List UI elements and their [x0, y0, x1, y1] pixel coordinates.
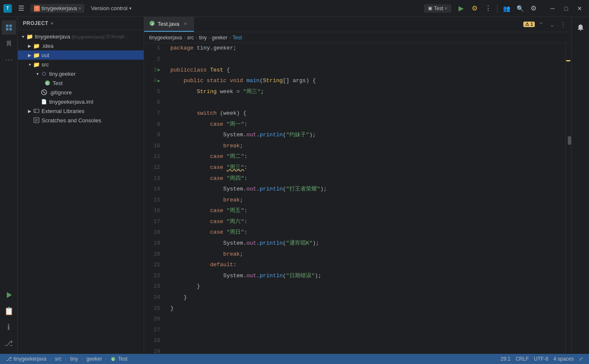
version-control-label: Version control: [91, 5, 128, 11]
line-num-7: 7: [144, 108, 164, 119]
tree-item-test[interactable]: C Test: [18, 78, 144, 88]
line-num-2: 2: [144, 54, 164, 65]
status-git-branch[interactable]: ⎇ tinygeekerjava: [3, 354, 49, 364]
minimize-button[interactable]: ─: [547, 3, 558, 14]
line-num-5: 5: [144, 86, 164, 97]
code-editor: 1 2 3 ▶ 4 ▶ 5 6 7 8 9 10 11 12 13 14 15 …: [144, 43, 571, 354]
status-src[interactable]: src: [52, 354, 64, 364]
tree-label-iml: tinygeekerjava.iml: [49, 99, 93, 105]
line-numbers: 1 2 3 ▶ 4 ▶ 5 6 7 8 9 10 11 12 13 14 15 …: [144, 43, 164, 354]
breadcrumb-test[interactable]: Test: [233, 35, 242, 41]
status-position-label: 29:1: [500, 356, 510, 362]
close-button[interactable]: ✕: [574, 3, 586, 14]
line-num-25: 25: [144, 303, 164, 314]
tab-expand-button[interactable]: ⌄: [547, 20, 557, 29]
todo-icon[interactable]: 📋: [2, 304, 16, 318]
code-line-19: System.out.println("通宵唱K");: [170, 238, 558, 249]
status-test[interactable]: C Test: [108, 354, 130, 364]
version-control-menu[interactable]: Version control ▾: [88, 4, 135, 13]
line-num-4: 4 ▶: [144, 76, 164, 87]
code-line-23: }: [170, 281, 558, 292]
code-line-15: break;: [170, 195, 558, 206]
run-icon[interactable]: [2, 288, 16, 302]
project-selector[interactable]: T tinygeekerjava ▾: [31, 4, 84, 13]
notifications-icon[interactable]: [573, 20, 588, 35]
tab-test-java[interactable]: J Test.java ✕: [144, 17, 194, 32]
breadcrumb: tinygeekerjava › src › tiny › geeker › T…: [144, 32, 571, 43]
tree-label-idea: .idea: [42, 43, 53, 49]
titlebar: T ☰ T tinygeekerjava ▾ Version control ▾…: [0, 0, 589, 17]
bookmarks-icon[interactable]: [2, 36, 16, 51]
status-encoding[interactable]: UTF-8: [531, 354, 551, 364]
code-content[interactable]: package tiny.geeker; public class Test {…: [164, 43, 565, 354]
breadcrumb-project[interactable]: tinygeekerjava: [149, 35, 182, 41]
breadcrumb-src[interactable]: src: [187, 35, 194, 41]
tree-item-tiny-geeker[interactable]: ▾ ⬡ tiny.geeker: [18, 69, 144, 78]
run-gutter-icon-3[interactable]: ▶: [158, 67, 160, 74]
tree-label-test: Test: [53, 80, 63, 86]
tree-item-iml[interactable]: 📄 tinygeekerjava.iml: [18, 97, 144, 106]
status-line-ending[interactable]: CRLF: [513, 354, 531, 364]
svg-text:C: C: [112, 358, 114, 361]
search-everywhere-button[interactable]: 🔍: [514, 2, 526, 15]
status-test-label: Test: [118, 356, 128, 362]
hamburger-menu-button[interactable]: ☰: [15, 3, 27, 14]
scroll-thumb[interactable]: [568, 136, 571, 145]
project-name: tinygeekerjava: [42, 5, 77, 11]
line-num-11: 11: [144, 152, 164, 163]
external-libraries-icon: [33, 108, 40, 114]
code-line-7: switch (week) {: [170, 108, 558, 119]
sidebar-chevron-icon: ▾: [51, 21, 53, 26]
run-config-selector[interactable]: ▣ Test ▾: [424, 4, 451, 13]
status-position[interactable]: 29:1: [498, 354, 513, 364]
breadcrumb-geeker[interactable]: geeker: [212, 35, 228, 41]
run-gutter-icon-4[interactable]: ▶: [158, 78, 160, 85]
tree-item-root[interactable]: ▾ 📁 tinygeekerjava [tinygeekerjava] D:\t…: [18, 32, 144, 41]
problems-icon[interactable]: ℹ: [2, 320, 16, 334]
tree-item-idea[interactable]: ▶ 📁 .idea: [18, 41, 144, 50]
code-line-28: [170, 336, 558, 347]
status-tiny[interactable]: tiny: [67, 354, 81, 364]
tab-close-button[interactable]: ✕: [182, 21, 189, 28]
tab-bar-actions: ⚠ 1 ⌃ ⌄ ⋮: [520, 17, 571, 32]
line-num-16: 16: [144, 206, 164, 217]
settings-button[interactable]: ⚙: [527, 2, 540, 15]
run-button[interactable]: ▶: [455, 2, 467, 15]
tree-item-out[interactable]: ▶ 📁 out: [18, 50, 144, 60]
code-line-18: case "周日":: [170, 227, 558, 238]
status-geeker[interactable]: geeker: [84, 354, 105, 364]
tree-item-scratches[interactable]: Scratches and Consoles: [18, 116, 144, 125]
breadcrumb-tiny[interactable]: tiny: [199, 35, 207, 41]
status-indent[interactable]: 4 spaces: [551, 354, 576, 364]
tab-more-button[interactable]: ⋮: [558, 20, 568, 29]
tree-label-out: out: [42, 52, 49, 58]
debug-button[interactable]: ⚙: [468, 2, 481, 15]
code-line-24: }: [170, 292, 558, 303]
status-tiny-label: tiny: [70, 356, 78, 362]
more-actions-button[interactable]: ⋮: [482, 2, 495, 15]
folder-icon: 📁: [26, 33, 33, 40]
tree-item-src[interactable]: ▾ 📁 src: [18, 60, 144, 69]
line-num-18: 18: [144, 227, 164, 238]
tree-label-src: src: [42, 61, 49, 68]
status-expand[interactable]: ⤢: [576, 354, 586, 364]
code-line-5: String week = "周三";: [170, 86, 558, 97]
maximize-button[interactable]: □: [560, 3, 572, 14]
project-view-icon[interactable]: [2, 20, 16, 35]
run-config-label: Test: [434, 6, 443, 11]
line-num-26: 26: [144, 314, 164, 325]
git-icon[interactable]: ⎇: [2, 336, 16, 350]
sidebar: Project ▾ ▾ 📁 tinygeekerjava [tinygeeker…: [18, 17, 144, 354]
more-tools-icon[interactable]: ⋯: [2, 52, 16, 67]
tab-collapse-button[interactable]: ⌃: [536, 20, 546, 29]
project-tree[interactable]: ▾ 📁 tinygeekerjava [tinygeekerjava] D:\t…: [18, 30, 144, 354]
tree-item-external[interactable]: ▶ External Libraries: [18, 106, 144, 116]
scratches-icon: [33, 117, 40, 124]
warning-badge: ⚠ 1: [523, 22, 535, 27]
collaborate-button[interactable]: 👥: [500, 2, 513, 15]
status-src-label: src: [55, 356, 61, 362]
status-git-label: tinygeekerjava: [14, 356, 46, 362]
tree-item-gitignore[interactable]: .gitignore: [18, 88, 144, 97]
line-num-1: 1: [144, 43, 164, 54]
editor-scrollbar[interactable]: [565, 43, 571, 354]
